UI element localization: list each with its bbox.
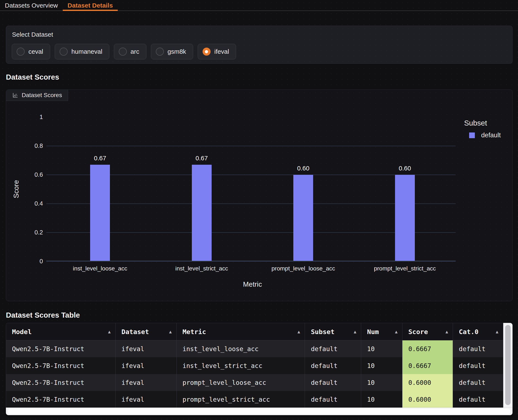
cell-metric: inst_level_strict_acc xyxy=(177,357,305,374)
y-tick-label: 0.2 xyxy=(28,229,43,236)
sort-arrow-icon: ▲ xyxy=(395,329,398,334)
horizontal-scrollbar-thumb[interactable] xyxy=(8,409,511,414)
cell-subset: default xyxy=(305,357,361,374)
cell-num: 10 xyxy=(361,357,402,374)
dataset-scores-table-heading: Dataset Scores Table xyxy=(6,311,80,319)
cell-score: 0.6667 xyxy=(402,357,453,374)
table-content: Model▲Dataset▲Metric▲Subset▲Num▲Score▲Ca… xyxy=(6,323,503,408)
radio-option-arc[interactable]: arc xyxy=(114,44,146,60)
cell-score: 0.6667 xyxy=(402,340,453,357)
cell-model: Qwen2.5-7B-Instruct xyxy=(6,374,116,391)
cell-score: 0.6000 xyxy=(402,374,453,391)
column-header-dataset[interactable]: Dataset▲ xyxy=(116,323,177,340)
table-row: Qwen2.5-7B-Instructifevalprompt_level_st… xyxy=(6,391,503,408)
cell-dataset: ifeval xyxy=(116,374,177,391)
cell-cat0: default xyxy=(453,357,503,374)
x-tick-label: inst_level_loose_acc xyxy=(73,265,127,272)
cell-metric: prompt_level_strict_acc xyxy=(177,391,305,408)
radio-icon xyxy=(119,48,127,56)
column-header-model[interactable]: Model▲ xyxy=(6,323,116,340)
column-header-subset[interactable]: Subset▲ xyxy=(305,323,361,340)
horizontal-scrollbar[interactable] xyxy=(6,408,512,415)
dataset-scores-heading: Dataset Scores xyxy=(6,73,59,81)
x-axis-line xyxy=(46,261,456,261)
tab-datasets-overview[interactable]: Datasets Overview xyxy=(0,0,63,11)
dataset-radio-group: cevalhumanevalarcgsm8kifeval xyxy=(12,44,236,60)
bar-prompt_level_strict_acc xyxy=(395,175,415,261)
legend-items: default xyxy=(464,131,501,139)
radio-icon xyxy=(17,48,25,56)
bar-value-label: 0.67 xyxy=(94,155,106,162)
table-row: Qwen2.5-7B-Instructifevalinst_level_loos… xyxy=(6,340,503,357)
column-header-num[interactable]: Num▲ xyxy=(361,323,402,340)
bar-inst_level_loose_acc xyxy=(90,165,110,261)
column-header-cat0[interactable]: Cat.0▲ xyxy=(453,323,503,340)
scatter-chart-icon xyxy=(12,92,18,98)
sort-arrow-icon: ▲ xyxy=(108,329,111,334)
bar-prompt_level_loose_acc xyxy=(293,175,313,261)
tab-dataset-details[interactable]: Dataset Details xyxy=(63,0,118,11)
x-tick-label: prompt_level_strict_acc xyxy=(374,265,436,272)
legend-label: default xyxy=(481,131,501,139)
sort-arrow-icon: ▲ xyxy=(445,329,448,334)
tab-bar: Datasets Overview Dataset Details xyxy=(0,0,518,11)
cell-num: 10 xyxy=(361,340,402,357)
cell-subset: default xyxy=(305,340,361,357)
radio-icon xyxy=(59,48,68,56)
x-axis-title: Metric xyxy=(49,280,456,288)
sort-arrow-icon: ▲ xyxy=(496,329,498,334)
y-tick-label: 0.4 xyxy=(28,200,43,207)
select-dataset-label: Select Dataset xyxy=(12,31,53,38)
radio-option-gsm8k[interactable]: gsm8k xyxy=(151,44,193,60)
column-header-label: Dataset xyxy=(121,328,149,336)
column-header-label: Model xyxy=(12,328,32,336)
y-tick-label: 0.6 xyxy=(28,171,43,178)
cell-cat0: default xyxy=(453,340,503,357)
gridline xyxy=(46,146,456,146)
table-row: Qwen2.5-7B-Instructifevalprompt_level_lo… xyxy=(6,374,503,391)
cell-model: Qwen2.5-7B-Instruct xyxy=(6,357,116,374)
radio-label: humaneval xyxy=(71,48,102,55)
cell-dataset: ifeval xyxy=(116,391,177,408)
y-axis-title: Score xyxy=(12,180,20,198)
radio-icon xyxy=(156,48,164,56)
chart-tab-label: Dataset Scores xyxy=(22,92,62,98)
radio-label: ceval xyxy=(29,48,43,55)
column-header-metric[interactable]: Metric▲ xyxy=(177,323,305,340)
radio-icon xyxy=(203,48,211,56)
column-header-label: Subset xyxy=(311,328,334,336)
bar-chart: 00.20.40.60.810.67inst_level_loose_acc0.… xyxy=(49,117,456,261)
cell-num: 10 xyxy=(361,391,402,408)
cell-dataset: ifeval xyxy=(116,340,177,357)
x-tick-label: prompt_level_loose_acc xyxy=(271,265,335,272)
vertical-scrollbar[interactable] xyxy=(503,323,512,408)
sort-arrow-icon: ▲ xyxy=(354,329,356,334)
cell-cat0: default xyxy=(453,374,503,391)
cell-dataset: ifeval xyxy=(116,357,177,374)
bar-value-label: 0.67 xyxy=(196,155,208,162)
vertical-scrollbar-thumb[interactable] xyxy=(505,325,511,405)
cell-num: 10 xyxy=(361,374,402,391)
y-tick-label: 1 xyxy=(28,113,43,120)
legend-item-default[interactable]: default xyxy=(464,131,501,139)
radio-option-ceval[interactable]: ceval xyxy=(12,44,50,60)
legend-title: Subset xyxy=(464,119,501,127)
cell-subset: default xyxy=(305,391,361,408)
chart-tab-dataset-scores[interactable]: Dataset Scores xyxy=(6,90,68,101)
cell-subset: default xyxy=(305,374,361,391)
select-dataset-panel: Select Dataset cevalhumanevalarcgsm8kife… xyxy=(6,26,512,64)
table-header-row: Model▲Dataset▲Metric▲Subset▲Num▲Score▲Ca… xyxy=(6,323,503,340)
bar-inst_level_strict_acc xyxy=(192,165,212,261)
cell-model: Qwen2.5-7B-Instruct xyxy=(6,391,116,408)
sort-arrow-icon: ▲ xyxy=(297,329,300,334)
column-header-label: Num xyxy=(367,328,379,336)
radio-label: arc xyxy=(131,48,139,55)
radio-option-humaneval[interactable]: humaneval xyxy=(55,44,109,60)
cell-model: Qwen2.5-7B-Instruct xyxy=(6,340,116,357)
radio-option-ifeval[interactable]: ifeval xyxy=(198,44,236,60)
column-header-label: Score xyxy=(408,328,428,336)
dataset-scores-table: Model▲Dataset▲Metric▲Subset▲Num▲Score▲Ca… xyxy=(6,323,512,415)
column-header-score[interactable]: Score▲ xyxy=(402,323,453,340)
y-tick-label: 0.8 xyxy=(28,142,43,149)
sort-arrow-icon: ▲ xyxy=(169,329,172,334)
